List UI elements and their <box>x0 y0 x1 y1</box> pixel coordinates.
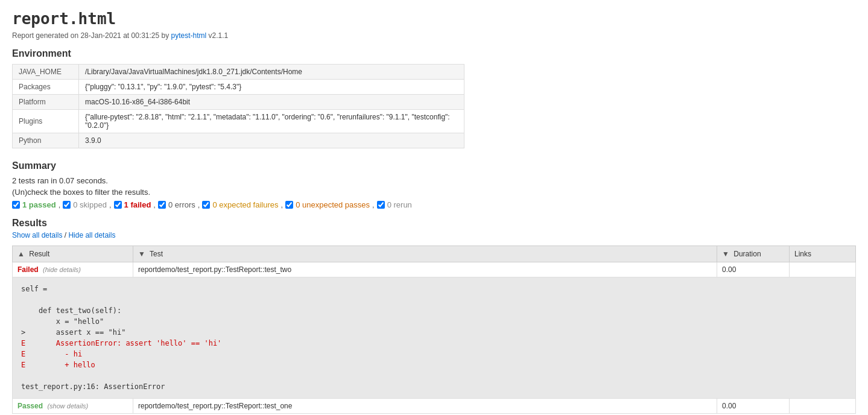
results-table: ▲ Result ▼ Test ▼ Duration Links Failed … <box>12 246 856 414</box>
environment-table: JAVA_HOME/Library/Java/JavaVirtualMachin… <box>12 64 464 148</box>
env-key: Python <box>13 133 79 148</box>
environment-heading: Environment <box>12 48 856 59</box>
show-all-details-link[interactable]: Show all details <box>12 231 62 239</box>
sort-test-icon: ▼ <box>138 250 145 258</box>
report-meta: Report generated on 28-Jan-2021 at 00:31… <box>12 31 856 40</box>
env-row: Packages{"pluggy": "0.13.1", "py": "1.9.… <box>13 80 464 95</box>
summary-heading: Summary <box>12 160 856 171</box>
filter-hint-text: (Un)check the boxes to filter the result… <box>12 188 856 197</box>
filter-failed-label: 1 failed <box>124 200 151 209</box>
show-hide-links: Show all details / Hide all details <box>12 231 856 239</box>
tests-ran-text: 2 tests ran in 0.07 seconds. <box>12 176 856 185</box>
filter-errors-checkbox[interactable] <box>158 201 166 209</box>
code-block-cell: self = def test_two(self): x = "hello" >… <box>13 277 856 399</box>
code-normal-line: def test_two(self): <box>21 306 121 315</box>
result-label: Passed <box>17 402 43 410</box>
filter-skipped-checkbox[interactable] <box>63 201 71 209</box>
code-error-line: E AssertionError: assert 'hello' == 'hi' <box>21 339 221 347</box>
env-row: JAVA_HOME/Library/Java/JavaVirtualMachin… <box>13 65 464 80</box>
filter-expected-label: 0 expected failures <box>212 200 278 209</box>
filter-failed-checkbox[interactable] <box>114 201 122 209</box>
duration-cell: 0.00 <box>717 262 790 277</box>
results-heading: Results <box>12 218 856 229</box>
pytest-html-link[interactable]: pytest-html <box>171 31 207 40</box>
result-cell: Passed (show details) <box>13 399 133 414</box>
toggle-details-link[interactable]: (hide details) <box>43 266 81 273</box>
env-key: Packages <box>13 80 79 95</box>
pytest-version: v2.1.1 <box>206 31 228 40</box>
code-normal-line: > assert x == "hi" <box>21 328 125 337</box>
filter-unexpected-label: 0 unexpected passes <box>296 200 370 209</box>
page-title: report.html <box>12 10 856 28</box>
summary-section: 2 tests ran in 0.07 seconds. (Un)check t… <box>12 176 856 209</box>
col-header-result[interactable]: ▲ Result <box>13 246 133 262</box>
filter-line: 1 passed, 0 skipped, 1 failed, 0 errors,… <box>12 200 856 209</box>
env-key: JAVA_HOME <box>13 65 79 80</box>
code-normal-line: x = "hello" <box>21 317 104 326</box>
code-normal-line: self = <box>21 285 52 293</box>
env-key: Platform <box>13 95 79 110</box>
test-name-cell: reportdemo/test_report.py::TestReport::t… <box>133 262 717 277</box>
toggle-details-link[interactable]: (show details) <box>47 402 88 410</box>
filter-rerun-label: 0 rerun <box>387 200 412 209</box>
filter-errors-label: 0 errors <box>168 200 195 209</box>
filter-rerun-checkbox[interactable] <box>377 201 385 209</box>
filter-passed-checkbox[interactable] <box>12 201 20 209</box>
env-value: {"pluggy": "0.13.1", "py": "1.9.0", "pyt… <box>79 80 464 95</box>
env-key: Plugins <box>13 110 79 133</box>
sort-duration-icon: ▼ <box>722 250 729 258</box>
result-label: Failed <box>17 265 39 274</box>
code-error-line: E - hi <box>21 350 82 358</box>
hide-all-details-link[interactable]: Hide all details <box>68 231 115 239</box>
col-header-links: Links <box>790 246 856 262</box>
table-row: Failed (hide details) reportdemo/test_re… <box>13 262 856 277</box>
results-section: Results Show all details / Hide all deta… <box>12 218 856 414</box>
col-header-duration[interactable]: ▼ Duration <box>717 246 790 262</box>
report-meta-text: Report generated on 28-Jan-2021 at 00:31… <box>12 31 171 40</box>
env-value: macOS-10.16-x86_64-i386-64bit <box>79 95 464 110</box>
col-header-test[interactable]: ▼ Test <box>133 246 717 262</box>
filter-passed-label: 1 passed <box>22 200 56 209</box>
env-row: Python3.9.0 <box>13 133 464 148</box>
table-row: Passed (show details) reportdemo/test_re… <box>13 399 856 414</box>
env-row: Plugins{"allure-pytest": "2.8.18", "html… <box>13 110 464 133</box>
test-name-cell: reportdemo/test_report.py::TestReport::t… <box>133 399 717 414</box>
result-cell: Failed (hide details) <box>13 262 133 277</box>
filter-skipped-label: 0 skipped <box>73 200 107 209</box>
code-normal-line: test_report.py:16: AssertionError <box>21 382 165 391</box>
results-header-row: ▲ Result ▼ Test ▼ Duration Links <box>13 246 856 262</box>
code-detail-row: self = def test_two(self): x = "hello" >… <box>13 277 856 399</box>
env-value: 3.9.0 <box>79 133 464 148</box>
env-value: /Library/Java/JavaVirtualMachines/jdk1.8… <box>79 65 464 80</box>
env-value: {"allure-pytest": "2.8.18", "html": "2.1… <box>79 110 464 133</box>
code-error-line: E + hello <box>21 361 95 369</box>
env-row: PlatformmacOS-10.16-x86_64-i386-64bit <box>13 95 464 110</box>
sort-result-icon: ▲ <box>17 250 25 258</box>
links-cell <box>790 262 856 277</box>
filter-expected-checkbox[interactable] <box>202 201 210 209</box>
duration-cell: 0.00 <box>717 399 790 414</box>
filter-unexpected-checkbox[interactable] <box>285 201 293 209</box>
links-cell <box>790 399 856 414</box>
